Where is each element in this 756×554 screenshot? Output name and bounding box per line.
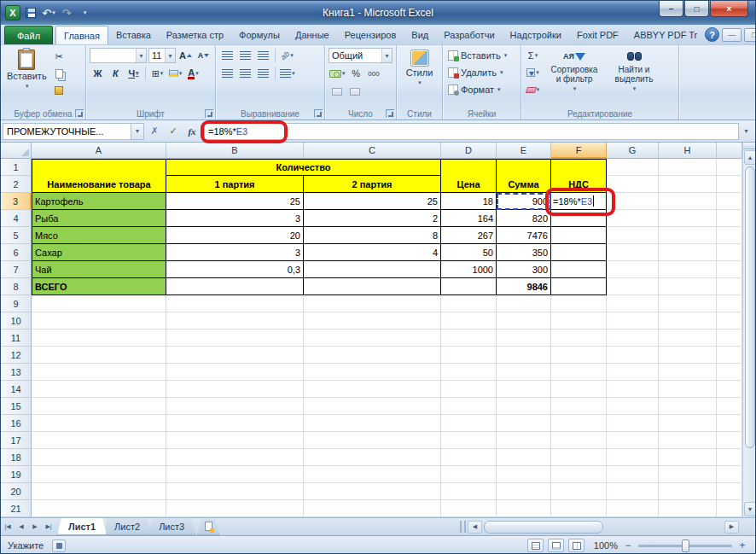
- grid-cell[interactable]: [607, 364, 659, 381]
- grid-cell[interactable]: [717, 483, 742, 500]
- decrease-decimal-button[interactable]: [346, 84, 363, 99]
- row-header-9[interactable]: 9: [1, 295, 32, 312]
- grid-cell[interactable]: [551, 432, 607, 449]
- number-format-select[interactable]: Общий▾: [329, 48, 393, 63]
- vertical-scrollbar[interactable]: ▲ ▼: [742, 143, 756, 517]
- clipboard-dialog-launcher[interactable]: [75, 109, 84, 118]
- font-dialog-launcher[interactable]: [205, 109, 213, 118]
- ribbon-tab-Foxit PDF[interactable]: Foxit PDF: [569, 26, 626, 44]
- grid-cell[interactable]: [32, 312, 166, 329]
- grid-cell[interactable]: [497, 347, 551, 364]
- grid-cell[interactable]: [497, 415, 551, 432]
- grid-cell[interactable]: [497, 329, 551, 347]
- cell-E3[interactable]: 900: [497, 193, 551, 210]
- cell-E1-sum[interactable]: Сумма: [497, 159, 551, 193]
- autosum-button[interactable]: Σ▾: [525, 48, 541, 63]
- grid-cell[interactable]: [717, 432, 742, 449]
- workbook-restore-button[interactable]: □: [744, 28, 756, 42]
- grid-cell[interactable]: [304, 295, 441, 312]
- column-header-E[interactable]: E: [497, 143, 551, 159]
- cell-A5[interactable]: Мясо: [32, 227, 166, 244]
- vertical-scroll-thumb[interactable]: [745, 166, 755, 448]
- grid-cell[interactable]: [32, 398, 166, 415]
- grid-cell[interactable]: [659, 364, 717, 381]
- align-middle-button[interactable]: [237, 48, 253, 63]
- grid-cell[interactable]: [304, 466, 441, 483]
- grid-cell[interactable]: [607, 312, 659, 329]
- format-painter-button[interactable]: [51, 83, 67, 98]
- name-box-drop-button[interactable]: ▾: [131, 123, 144, 140]
- row-header-6[interactable]: 6: [1, 244, 32, 261]
- grid-cell[interactable]: [497, 364, 551, 381]
- grid-cell[interactable]: [497, 295, 551, 312]
- cell-A7[interactable]: Чай: [32, 261, 166, 278]
- row-header-17[interactable]: 17: [1, 432, 32, 449]
- grid-cell[interactable]: [717, 398, 742, 415]
- cell-A8[interactable]: ВСЕГО: [32, 278, 166, 295]
- grid-cell[interactable]: [166, 432, 304, 449]
- grid-cell[interactable]: [441, 449, 497, 466]
- scroll-up-button[interactable]: ▲: [744, 150, 756, 165]
- grid-cell[interactable]: [551, 466, 607, 483]
- insert-worksheet-button[interactable]: [197, 518, 219, 535]
- cell-B7[interactable]: 0,3: [166, 261, 304, 278]
- enter-entry-button[interactable]: ✓: [165, 123, 182, 140]
- grid-cell[interactable]: [659, 381, 717, 398]
- grid-cell[interactable]: [304, 347, 441, 364]
- row-header-19[interactable]: 19: [1, 466, 32, 483]
- cell-B4[interactable]: 3: [166, 210, 304, 227]
- increase-font-button[interactable]: А: [177, 48, 194, 63]
- grid-cell[interactable]: [659, 312, 717, 329]
- grid-cell[interactable]: [32, 364, 166, 381]
- zoom-in-button[interactable]: +: [736, 539, 748, 551]
- cell-F7[interactable]: [551, 261, 607, 278]
- cell-D4[interactable]: 164: [441, 210, 497, 227]
- horizontal-scroll-thumb[interactable]: [484, 521, 603, 534]
- grid-cell[interactable]: [717, 329, 742, 347]
- grid-cell[interactable]: [659, 159, 717, 176]
- grid-cell[interactable]: [441, 347, 497, 364]
- cell-C2-batch2[interactable]: 2 партия: [304, 176, 441, 193]
- cell-D5[interactable]: 267: [441, 227, 497, 244]
- grid-cell[interactable]: [441, 415, 497, 432]
- insert-function-button[interactable]: fx: [183, 123, 201, 140]
- fill-button[interactable]: ▾: [525, 65, 541, 80]
- row-header-14[interactable]: 14: [1, 381, 32, 398]
- grid-cell[interactable]: [717, 364, 742, 381]
- grid-cell[interactable]: [304, 398, 441, 415]
- grid-cell[interactable]: [441, 432, 497, 449]
- zoom-out-button[interactable]: −: [622, 539, 634, 551]
- grid-cell[interactable]: [32, 381, 166, 398]
- grid-cell[interactable]: [304, 500, 441, 517]
- cell-A3[interactable]: Картофель: [32, 193, 166, 210]
- grid-cell[interactable]: [607, 432, 659, 449]
- grid-cell[interactable]: [441, 398, 497, 415]
- cell-E7[interactable]: 300: [497, 261, 551, 278]
- cell-D7[interactable]: 1000: [441, 261, 497, 278]
- grid-cell[interactable]: [551, 500, 607, 517]
- grid-cell[interactable]: [166, 449, 304, 466]
- minimize-button[interactable]: –: [659, 1, 683, 17]
- cell-E8[interactable]: 9846: [497, 278, 551, 295]
- sort-filter-button[interactable]: АЯ Сортировка и фильтр ▾: [545, 48, 603, 94]
- ribbon-tab-Надстройки[interactable]: Надстройки: [503, 26, 569, 44]
- grid-cell[interactable]: [607, 415, 659, 432]
- cell-D6[interactable]: 50: [441, 244, 497, 261]
- grid-cell[interactable]: [304, 364, 441, 381]
- borders-button[interactable]: ⊞▾: [149, 66, 166, 81]
- align-top-button[interactable]: [219, 48, 236, 63]
- grid-cell[interactable]: [607, 347, 659, 364]
- column-header-C[interactable]: C: [304, 143, 441, 159]
- grid-cell[interactable]: [659, 227, 717, 244]
- font-name-select[interactable]: ▾: [90, 48, 147, 63]
- row-header-11[interactable]: 11: [1, 329, 32, 347]
- grid-cell[interactable]: [551, 381, 607, 398]
- formula-bar-expand-button[interactable]: ▾: [739, 123, 753, 140]
- grid-cell[interactable]: [717, 466, 742, 483]
- grid-cell[interactable]: [551, 295, 607, 312]
- number-dialog-launcher[interactable]: [386, 109, 394, 118]
- cell-B5[interactable]: 20: [166, 227, 304, 244]
- align-center-button[interactable]: [237, 66, 253, 81]
- maximize-button[interactable]: □: [684, 1, 709, 17]
- ribbon-tab-Формулы[interactable]: Формулы: [231, 26, 288, 44]
